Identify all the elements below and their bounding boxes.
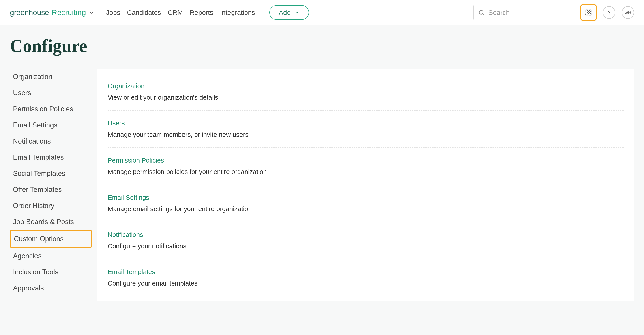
section-desc: Manage permission policies for your enti…	[108, 168, 624, 176]
top-bar: greenhouse Recruiting Jobs Candidates CR…	[0, 0, 644, 25]
section-desc: Manage your team members, or invite new …	[108, 131, 624, 138]
sidebar-item-approvals[interactable]: Approvals	[10, 280, 92, 296]
nav-reports[interactable]: Reports	[190, 9, 213, 16]
chevron-down-icon	[89, 10, 94, 16]
sidebar-item-label: Permission Policies	[13, 105, 73, 113]
content: OrganizationView or edit your organizati…	[97, 69, 634, 301]
nav-jobs[interactable]: Jobs	[106, 9, 120, 16]
sidebar-item-agencies[interactable]: Agencies	[10, 248, 92, 264]
section-desc: Configure your email templates	[108, 280, 624, 287]
sidebar: OrganizationUsersPermission PoliciesEmai…	[10, 69, 97, 301]
search-box[interactable]	[473, 5, 574, 20]
sidebar-item-label: Offer Templates	[13, 186, 62, 194]
sidebar-item-label: Users	[13, 89, 31, 97]
section-title-link[interactable]: Notifications	[108, 231, 624, 238]
question-icon	[606, 10, 612, 16]
sidebar-item-email-settings[interactable]: Email Settings	[10, 117, 92, 133]
sidebar-item-label: Order History	[13, 202, 54, 210]
section-permission-policies: Permission PoliciesManage permission pol…	[108, 148, 624, 185]
sidebar-item-label: Agencies	[13, 252, 42, 260]
sidebar-item-job-boards-posts[interactable]: Job Boards & Posts	[10, 214, 92, 230]
search-input[interactable]	[488, 9, 574, 16]
sidebar-item-label: Inclusion Tools	[13, 268, 58, 276]
section-title-link[interactable]: Organization	[108, 82, 624, 90]
search-icon	[478, 9, 485, 16]
avatar-initials: GH	[624, 10, 631, 15]
settings-button[interactable]	[580, 4, 596, 20]
nav-candidates[interactable]: Candidates	[127, 9, 161, 16]
sidebar-item-inclusion-tools[interactable]: Inclusion Tools	[10, 264, 92, 280]
sidebar-item-label: Organization	[13, 73, 52, 80]
section-title-link[interactable]: Email Settings	[108, 194, 624, 201]
user-avatar[interactable]: GH	[622, 6, 634, 19]
nav-integrations[interactable]: Integrations	[220, 9, 255, 16]
gear-icon	[585, 9, 592, 16]
sidebar-item-label: Social Templates	[13, 170, 66, 177]
svg-line-1	[483, 14, 484, 15]
sidebar-item-label: Email Settings	[13, 121, 57, 129]
sidebar-item-organization[interactable]: Organization	[10, 69, 92, 85]
sidebar-item-label: Email Templates	[13, 154, 64, 161]
sidebar-item-users[interactable]: Users	[10, 85, 92, 101]
nav-crm[interactable]: CRM	[168, 9, 183, 16]
section-desc: Configure your notifications	[108, 242, 624, 250]
sidebar-item-label: Custom Options	[14, 235, 64, 243]
sidebar-item-order-history[interactable]: Order History	[10, 198, 92, 214]
sidebar-item-offer-templates[interactable]: Offer Templates	[10, 182, 92, 198]
svg-point-2	[588, 12, 590, 14]
svg-point-0	[479, 10, 483, 14]
sidebar-item-custom-options[interactable]: Custom Options	[10, 230, 92, 248]
section-title-link[interactable]: Users	[108, 120, 624, 127]
section-email-settings: Email SettingsManage email settings for …	[108, 185, 624, 222]
section-title-link[interactable]: Permission Policies	[108, 157, 624, 164]
sidebar-item-label: Job Boards & Posts	[13, 218, 74, 226]
section-email-templates: Email TemplatesConfigure your email temp…	[108, 259, 624, 296]
logo[interactable]: greenhouse Recruiting	[10, 8, 94, 17]
chevron-down-icon	[294, 10, 300, 15]
section-users: UsersManage your team members, or invite…	[108, 110, 624, 148]
section-desc: Manage email settings for your entire or…	[108, 205, 624, 213]
section-organization: OrganizationView or edit your organizati…	[108, 74, 624, 110]
page-title: Configure	[0, 25, 644, 69]
top-nav: Jobs Candidates CRM Reports Integrations	[106, 9, 255, 16]
sidebar-item-notifications[interactable]: Notifications	[10, 133, 92, 149]
sidebar-item-label: Notifications	[13, 137, 51, 145]
section-desc: View or edit your organization's details	[108, 94, 624, 101]
layout: OrganizationUsersPermission PoliciesEmai…	[0, 69, 644, 301]
add-button[interactable]: Add	[270, 5, 309, 20]
logo-secondary: Recruiting	[52, 8, 86, 17]
sidebar-item-label: Approvals	[13, 284, 44, 292]
section-notifications: NotificationsConfigure your notification…	[108, 222, 624, 259]
sidebar-item-permission-policies[interactable]: Permission Policies	[10, 101, 92, 117]
add-button-label: Add	[279, 9, 291, 16]
section-title-link[interactable]: Email Templates	[108, 268, 624, 276]
help-button[interactable]	[603, 6, 615, 19]
sidebar-item-email-templates[interactable]: Email Templates	[10, 149, 92, 166]
logo-primary: greenhouse	[10, 8, 49, 17]
sidebar-item-social-templates[interactable]: Social Templates	[10, 166, 92, 182]
svg-point-3	[609, 14, 609, 14]
